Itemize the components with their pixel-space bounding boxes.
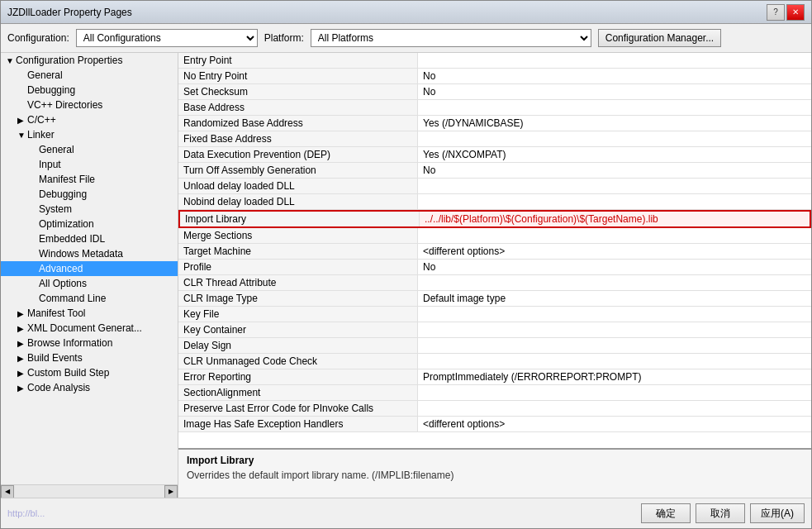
title-bar: JZDllLoader Property Pages ? ✕ xyxy=(1,1,811,24)
property-row[interactable]: Preserve Last Error Code for PInvoke Cal… xyxy=(178,401,811,417)
prop-value-9 xyxy=(418,194,811,209)
property-row[interactable]: Nobind delay loaded DLL xyxy=(178,194,811,210)
prop-value-5 xyxy=(418,131,811,146)
tree-item-linker-general[interactable]: General xyxy=(1,142,178,157)
tree-label-code-analysis: Code Analysis xyxy=(27,382,90,393)
property-row[interactable]: CLR Thread Attribute xyxy=(178,275,811,291)
tree-item-general[interactable]: General xyxy=(1,68,178,83)
prop-name-9: Nobind delay loaded DLL xyxy=(178,194,418,209)
tree-label-xml-doc-gen: XML Document Generat... xyxy=(27,322,142,334)
tree-item-system[interactable]: System xyxy=(1,202,178,217)
title-bar-buttons: ? ✕ xyxy=(767,4,805,21)
configuration-label: Configuration: xyxy=(7,32,69,44)
property-row[interactable]: SectionAlignment xyxy=(178,385,811,401)
watermark: http://bl... xyxy=(7,508,636,518)
tree-item-embedded-idl[interactable]: Embedded IDL xyxy=(1,231,178,246)
tree-item-xml-doc-gen[interactable]: ▶XML Document Generat... xyxy=(1,321,178,336)
tree-item-manifest-file[interactable]: Manifest File xyxy=(1,172,178,187)
tree-label-linker: Linker xyxy=(27,129,55,141)
property-row[interactable]: ProfileNo xyxy=(178,260,811,275)
property-row[interactable]: Delay Sign xyxy=(178,338,811,354)
scroll-right-btn[interactable]: ▶ xyxy=(164,485,178,498)
cancel-button[interactable]: 取消 xyxy=(696,503,745,523)
property-row[interactable]: Import Library../../lib/$(Platform)\$(Co… xyxy=(178,210,811,228)
help-button[interactable]: ? xyxy=(767,4,785,21)
prop-value-4: Yes (/DYNAMICBASE) xyxy=(418,116,811,131)
tree-item-browse-info[interactable]: ▶Browse Information xyxy=(1,336,178,350)
prop-value-10[interactable]: ../../lib/$(Platform)\$(Configuration)\$… xyxy=(420,212,810,226)
main-content: ▼Configuration PropertiesGeneralDebuggin… xyxy=(1,53,811,498)
property-row[interactable]: Turn Off Assembly GenerationNo xyxy=(178,163,811,179)
tree-item-command-line[interactable]: Command Line xyxy=(1,291,178,306)
tree-label-build-events: Build Events xyxy=(27,352,83,364)
prop-name-16: Key File xyxy=(178,307,418,322)
toolbar: Configuration: All Configurations Platfo… xyxy=(1,24,811,53)
tree-label-manifest-file: Manifest File xyxy=(39,174,95,185)
property-row[interactable]: Base Address xyxy=(178,100,811,116)
prop-value-6: Yes (/NXCOMPAT) xyxy=(418,147,811,162)
property-row[interactable]: CLR Image TypeDefault image type xyxy=(178,291,811,307)
property-row[interactable]: Data Execution Prevention (DEP)Yes (/NXC… xyxy=(178,147,811,163)
tree-item-optimization[interactable]: Optimization xyxy=(1,217,178,231)
tree-item-manifest-tool[interactable]: ▶Manifest Tool xyxy=(1,306,178,321)
horizontal-scrollbar[interactable] xyxy=(14,485,164,498)
tree-item-advanced[interactable]: Advanced xyxy=(1,261,178,276)
config-manager-button[interactable]: Configuration Manager... xyxy=(598,29,721,47)
apply-button[interactable]: 应用(A) xyxy=(750,503,805,523)
property-row[interactable]: Key File xyxy=(178,307,811,322)
prop-name-19: CLR Unmanaged Code Check xyxy=(178,354,418,369)
tree-item-windows-metadata[interactable]: Windows Metadata xyxy=(1,246,178,261)
prop-name-20: Error Reporting xyxy=(178,369,418,384)
tree-item-vc-directories[interactable]: VC++ Directories xyxy=(1,98,178,112)
tree-label-c-cpp: C/C++ xyxy=(27,114,56,126)
tree-item-build-events[interactable]: ▶Build Events xyxy=(1,350,178,365)
prop-name-11: Merge Sections xyxy=(178,228,418,243)
prop-value-20: PromptImmediately (/ERRORREPORT:PROMPT) xyxy=(418,369,811,384)
platform-select[interactable]: All Platforms xyxy=(311,29,591,47)
close-button[interactable]: ✕ xyxy=(786,4,805,21)
tree-item-debugging[interactable]: Debugging xyxy=(1,83,178,98)
prop-value-12: <different options> xyxy=(418,244,811,259)
property-row[interactable]: Randomized Base AddressYes (/DYNAMICBASE… xyxy=(178,116,811,131)
property-row[interactable]: Set ChecksumNo xyxy=(178,84,811,100)
tree-item-config-properties[interactable]: ▼Configuration Properties xyxy=(1,53,178,68)
configuration-select[interactable]: All Configurations xyxy=(76,29,258,47)
prop-name-8: Unload delay loaded DLL xyxy=(178,179,418,193)
prop-value-13: No xyxy=(418,260,811,274)
tree-arrow-c-cpp: ▶ xyxy=(17,116,27,125)
tree-item-linker-debugging[interactable]: Debugging xyxy=(1,187,178,202)
property-row[interactable]: CLR Unmanaged Code Check xyxy=(178,354,811,369)
property-row[interactable]: Image Has Safe Exception Handlers<differ… xyxy=(178,417,811,432)
property-row[interactable]: Fixed Base Address xyxy=(178,131,811,147)
prop-value-1: No xyxy=(418,69,811,83)
property-row[interactable]: Target Machine<different options> xyxy=(178,244,811,260)
tree-item-code-analysis[interactable]: ▶Code Analysis xyxy=(1,380,178,395)
tree-item-custom-build-step[interactable]: ▶Custom Build Step xyxy=(1,365,178,380)
property-row[interactable]: Key Container xyxy=(178,322,811,338)
prop-name-17: Key Container xyxy=(178,322,418,337)
property-row[interactable]: Entry Point xyxy=(178,53,811,69)
tree-label-advanced: Advanced xyxy=(39,263,83,274)
platform-label: Platform: xyxy=(264,32,304,44)
prop-value-22 xyxy=(418,401,811,416)
tree-item-linker[interactable]: ▼Linker xyxy=(1,127,178,142)
property-grid: Entry PointNo Entry PointNoSet ChecksumN… xyxy=(178,53,811,448)
scroll-left-btn[interactable]: ◀ xyxy=(1,485,14,498)
prop-value-19 xyxy=(418,354,811,369)
property-row[interactable]: Merge Sections xyxy=(178,228,811,244)
tree-label-command-line: Command Line xyxy=(39,293,106,304)
tree-view[interactable]: ▼Configuration PropertiesGeneralDebuggin… xyxy=(1,53,178,484)
property-row[interactable]: Error ReportingPromptImmediately (/ERROR… xyxy=(178,369,811,385)
tree-item-c-cpp[interactable]: ▶C/C++ xyxy=(1,112,178,127)
property-row[interactable]: No Entry PointNo xyxy=(178,69,811,84)
ok-button[interactable]: 确定 xyxy=(641,503,691,523)
tree-item-linker-input[interactable]: Input xyxy=(1,157,178,172)
prop-name-4: Randomized Base Address xyxy=(178,116,418,131)
property-row[interactable]: Unload delay loaded DLL xyxy=(178,179,811,194)
tree-label-general: General xyxy=(27,69,63,81)
tree-item-all-options[interactable]: All Options xyxy=(1,276,178,291)
prop-value-18 xyxy=(418,338,811,353)
tree-label-embedded-idl: Embedded IDL xyxy=(39,233,105,245)
prop-name-2: Set Checksum xyxy=(178,84,418,99)
tree-label-linker-debugging: Debugging xyxy=(39,188,87,200)
